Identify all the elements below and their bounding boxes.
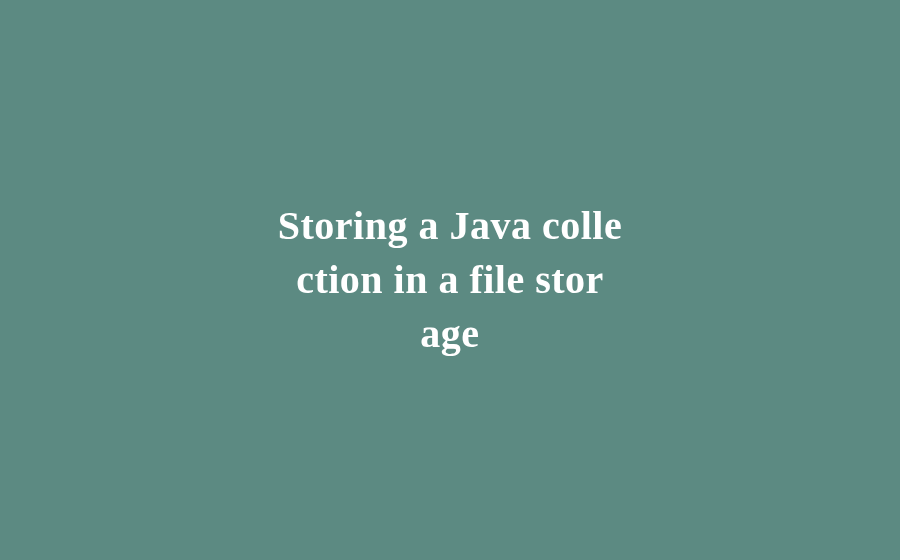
page-title: Storing a Java colle ction in a file sto… [278,199,622,361]
title-line-1: Storing a Java colle [278,203,622,248]
title-line-2: ction in a file stor [296,257,604,302]
title-line-3: age [420,311,479,356]
